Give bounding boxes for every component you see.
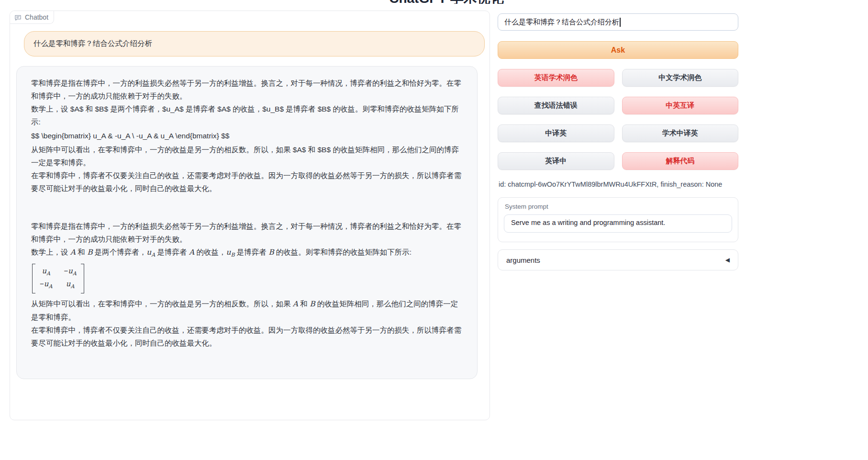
payoff-matrix: uA−uA−uAuA — [31, 261, 463, 297]
chat-bubble-icon — [14, 14, 22, 21]
bot-message-bubble: 零和博弈是指在博弈中，一方的利益损失必然等于另一方的利益增益。换言之，对于每一种… — [16, 66, 478, 379]
system-prompt-card: System prompt Serve me as a writing and … — [498, 197, 738, 242]
function-button[interactable]: 解释代码 — [622, 152, 739, 170]
question-input-value: 什么是零和博弈？结合公式介绍分析 — [504, 18, 619, 27]
function-button[interactable]: 中英互译 — [622, 97, 739, 114]
system-prompt-input[interactable]: Serve me as a writing and programming as… — [504, 214, 732, 233]
function-button[interactable]: 学术中译英 — [622, 124, 739, 142]
matrix-cells: uA−uA−uAuA — [35, 264, 81, 293]
system-prompt-label: System prompt — [505, 203, 732, 210]
arguments-accordion-label: arguments — [506, 256, 540, 264]
text-caret — [620, 18, 621, 27]
user-message-bubble: 什么是零和博弈？结合公式介绍分析 — [24, 31, 485, 56]
function-button[interactable]: 中文学术润色 — [622, 69, 739, 87]
matrix-right-bracket — [81, 264, 84, 293]
status-text: id: chatcmpl-6wOo7KrYTwMl89lbrMWRu4UkFFX… — [499, 180, 739, 188]
function-button[interactable]: 英译中 — [498, 152, 614, 170]
question-input[interactable]: 什么是零和博弈？结合公式介绍分析 — [498, 13, 738, 31]
page-title-clipped: ChatGPT 学术优化 — [364, 0, 529, 4]
ask-button-label: Ask — [611, 46, 625, 55]
chatbot-panel: 什么是零和博弈？结合公式介绍分析 零和博弈是指在博弈中，一方的利益损失必然等于另… — [10, 11, 490, 420]
bot-paragraph: 从矩阵中可以看出，在零和博弈中，一方的收益是另一方的相反数。所以，如果 $A$ … — [31, 143, 463, 169]
bot-paragraph: 在零和博弈中，博弈者不仅要关注自己的收益，还需要考虑对手的收益。因为一方取得的收… — [31, 169, 463, 195]
collapse-triangle-icon: ◀ — [725, 257, 730, 263]
function-button[interactable]: 查找语法错误 — [498, 97, 614, 114]
function-button-grid: 英语学术润色中文学术润色查找语法错误中英互译中译英学术中译英英译中解释代码 — [498, 69, 738, 170]
bot-paragraph: 零和博弈是指在博弈中，一方的利益损失必然等于另一方的利益增益。换言之，对于每一种… — [31, 77, 463, 102]
user-message-text: 什么是零和博弈？结合公式介绍分析 — [33, 39, 152, 49]
chatbot-label: Chatbot — [10, 11, 54, 24]
bot-paragraph: 在零和博弈中，博弈者不仅要关注自己的收益，还需要考虑对手的收益。因为一方取得的收… — [31, 324, 463, 349]
function-button[interactable]: 英语学术润色 — [498, 69, 614, 87]
bot-paragraph-math: 数学上，设 A 和 B 是两个博弈者，uA 是博弈者 A 的收益，uB 是博弈者… — [31, 246, 463, 261]
arguments-accordion[interactable]: arguments ◀ — [498, 249, 738, 270]
chatbot-label-text: Chatbot — [25, 13, 48, 21]
matrix-left-bracket — [32, 264, 35, 293]
paragraph-gap — [31, 195, 463, 220]
ask-button[interactable]: Ask — [498, 41, 738, 59]
function-button[interactable]: 中译英 — [498, 124, 614, 142]
bot-latex-source: $$ \begin{bmatrix} u_A & -u_A \ -u_A & u… — [31, 129, 463, 142]
app-window: ChatGPT 学术优化 什么是零和博弈？结合公式介绍分析 零和博弈是指在博弈中… — [0, 0, 868, 460]
bot-paragraph-math: 从矩阵中可以看出，在零和博弈中，一方的收益是另一方的相反数。所以，如果 A 和 … — [31, 297, 463, 324]
bot-paragraph: 零和博弈是指在博弈中，一方的利益损失必然等于另一方的利益增益。换言之，对于每一种… — [31, 220, 463, 246]
bot-paragraph: 数学上，设 $A$ 和 $B$ 是两个博弈者，$u_A$ 是博弈者 $A$ 的收… — [31, 102, 463, 128]
